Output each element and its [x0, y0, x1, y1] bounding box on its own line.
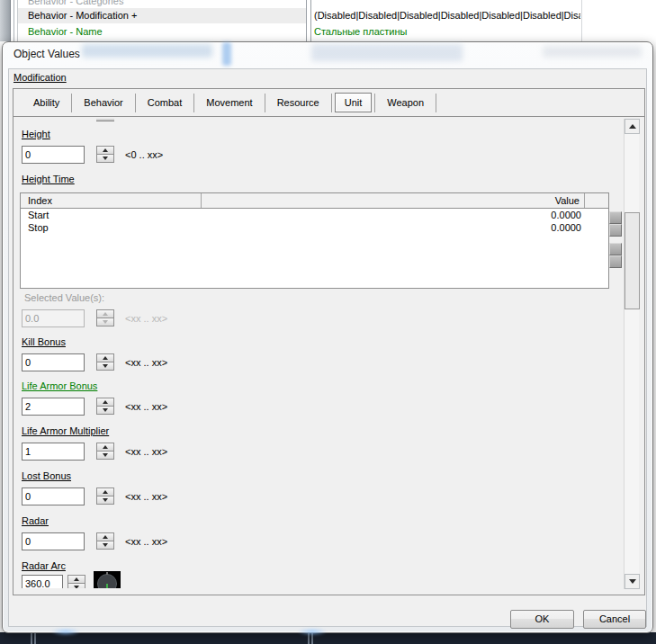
- range-hint: <xx .. xx>: [125, 357, 167, 368]
- range-hint: <xx .. xx>: [125, 313, 167, 324]
- life-armor-multiplier-input[interactable]: [22, 443, 85, 461]
- radar-arc-spinner[interactable]: [67, 575, 85, 588]
- table-side-button[interactable]: [609, 255, 622, 268]
- table-row[interactable]: Stop 0.0000: [21, 221, 608, 234]
- height-input[interactable]: [22, 146, 85, 164]
- spin-down-button: [96, 318, 114, 326]
- field-label: Selected Value(s):: [24, 292, 167, 304]
- tab-container: Ability Behavior Combat Movement Resourc…: [13, 88, 645, 595]
- spin-down-button[interactable]: [96, 541, 114, 550]
- glass-reflection: [82, 44, 212, 58]
- height-spinner[interactable]: [96, 146, 114, 164]
- divider: [31, 632, 32, 644]
- field-height-time: Height Time: [22, 174, 75, 185]
- field-radar: Radar <xx .. xx>: [22, 515, 167, 550]
- range-hint: <0 .. xx>: [125, 149, 163, 160]
- up-arrow-icon: [629, 124, 636, 129]
- spin-down-button[interactable]: [96, 154, 114, 163]
- tab-unit[interactable]: Unit: [335, 93, 373, 112]
- lost-bonus-input[interactable]: [22, 487, 85, 505]
- table-header: Index Value: [21, 193, 608, 209]
- down-arrow-icon: [103, 320, 108, 324]
- scroll-up-button[interactable]: [625, 119, 640, 134]
- range-hint: <xx .. xx>: [125, 446, 167, 457]
- kill-bonus-spinner[interactable]: [96, 353, 114, 371]
- tab-combat[interactable]: Combat: [136, 94, 194, 112]
- field-radar-arc: Radar Arc: [22, 560, 121, 588]
- tab-ability[interactable]: Ability: [22, 94, 71, 112]
- up-arrow-icon: [103, 356, 108, 360]
- scrollbar-thumb[interactable]: [625, 212, 640, 309]
- tab-behavior[interactable]: Behavior: [72, 94, 134, 112]
- arc-direction-icon: [106, 584, 108, 588]
- tab-weapon[interactable]: Weapon: [375, 94, 436, 112]
- field-life-armor-bonus: Life Armor Bonus <xx .. xx>: [22, 380, 167, 416]
- glass-reflection: [311, 44, 463, 61]
- down-arrow-icon: [103, 408, 108, 412]
- glass-reflection: [543, 46, 642, 58]
- life-armor-multiplier-spinner[interactable]: [96, 443, 114, 461]
- column-splitter: [306, 0, 311, 41]
- table-side-button[interactable]: [609, 243, 622, 255]
- spin-down-button[interactable]: [96, 406, 114, 415]
- radar-input[interactable]: [22, 532, 85, 550]
- background-app-area: [0, 632, 656, 644]
- down-arrow-icon: [74, 586, 79, 588]
- arc-tick-icon: [106, 572, 108, 575]
- down-arrow-icon: [103, 543, 108, 547]
- field-label: Height Time: [22, 174, 75, 185]
- selected-values-input: [22, 309, 85, 327]
- background-scrollbar: [0, 0, 11, 41]
- table-row: Behavior - Modification +: [18, 8, 306, 23]
- field-label: Height: [22, 129, 163, 140]
- cancel-button[interactable]: Cancel: [583, 610, 646, 629]
- vertical-scrollbar[interactable]: [624, 119, 639, 589]
- column-header-value: Value: [202, 193, 585, 208]
- field-label: Lost Bonus: [22, 470, 167, 482]
- table-row[interactable]: Start 0.0000: [21, 209, 608, 221]
- down-arrow-icon: [103, 364, 108, 368]
- radar-arc-input[interactable]: [22, 575, 63, 588]
- range-hint: <xx .. xx>: [125, 401, 167, 412]
- field-label: Radar: [22, 515, 167, 527]
- kill-bonus-input[interactable]: [22, 353, 85, 371]
- down-arrow-icon: [103, 498, 108, 502]
- spin-down-button[interactable]: [67, 583, 85, 588]
- background-data-table: Behavior - Categories Behavior - Modific…: [0, 0, 656, 41]
- table-cell-value: (Disabled|Disabled|Disabled|Disabled|Dis…: [314, 8, 580, 23]
- column-header-gutter: [585, 193, 608, 208]
- ok-button[interactable]: OK: [510, 610, 574, 629]
- tab-resource[interactable]: Resource: [265, 94, 331, 112]
- down-arrow-icon: [103, 453, 108, 457]
- down-arrow-icon: [629, 579, 636, 584]
- life-armor-bonus-spinner[interactable]: [96, 398, 114, 416]
- tab-movement[interactable]: Movement: [194, 94, 264, 112]
- scroll-down-button[interactable]: [625, 574, 640, 589]
- form-scroll-area: Height <0 .. xx> Height Time: [14, 119, 625, 588]
- range-hint: <xx .. xx>: [125, 491, 167, 502]
- divider: [311, 632, 313, 644]
- life-armor-bonus-input[interactable]: [22, 398, 85, 416]
- selected-values-spinner: [96, 309, 114, 327]
- height-time-table: Index Value Start 0.0000 Stop 0.0000: [20, 192, 609, 289]
- up-arrow-icon: [103, 148, 108, 152]
- field-lost-bonus: Lost Bonus <xx .. xx>: [22, 470, 167, 505]
- up-arrow-icon: [103, 400, 108, 404]
- tab-separator: [436, 94, 436, 112]
- table-side-button[interactable]: [609, 224, 622, 237]
- up-arrow-icon: [103, 312, 108, 316]
- tab-separator: [331, 94, 332, 112]
- spin-down-button[interactable]: [96, 362, 114, 371]
- radar-arc-dial: [94, 571, 121, 588]
- radar-spinner[interactable]: [96, 532, 114, 550]
- row-value: 0.0000: [551, 209, 581, 221]
- up-arrow-icon: [103, 490, 108, 494]
- up-arrow-icon: [103, 535, 108, 539]
- spin-down-button[interactable]: [96, 496, 114, 505]
- divider: [308, 632, 310, 644]
- table-side-button[interactable]: [609, 211, 622, 224]
- lost-bonus-spinner[interactable]: [96, 487, 114, 505]
- modification-link[interactable]: Modification: [13, 72, 67, 83]
- spin-down-button[interactable]: [96, 451, 114, 460]
- field-label: Kill Bonus: [22, 336, 167, 348]
